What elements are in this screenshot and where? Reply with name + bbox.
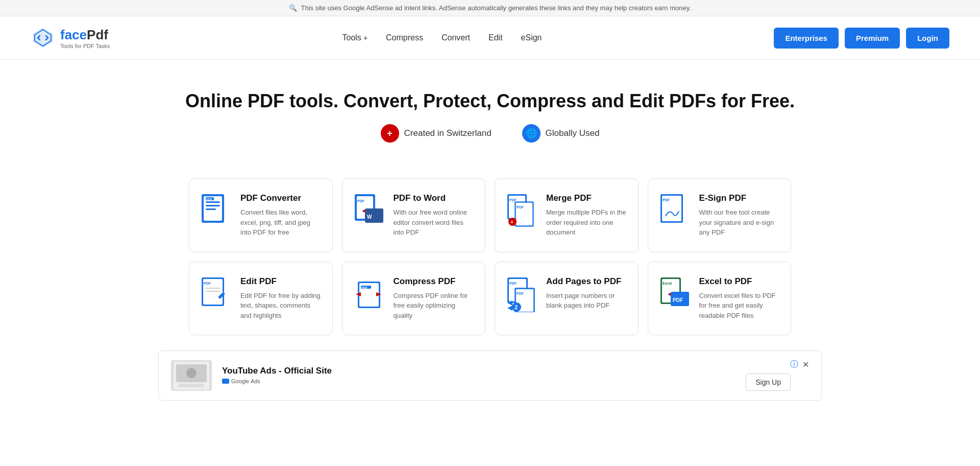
svg-rect-50: [179, 384, 204, 387]
svg-rect-28: [206, 288, 220, 289]
tools-plus-icon: +: [363, 34, 368, 42]
svg-text:PDF: PDF: [361, 286, 368, 289]
nav-compress[interactable]: Compress: [386, 33, 423, 42]
svg-text:PDF: PDF: [357, 199, 365, 203]
ad-content: YouTube Ads - Official Site Google Ads: [222, 366, 332, 386]
svg-text:+: +: [510, 219, 513, 225]
logo[interactable]: facePdf Tools for PDF Tasks: [31, 26, 110, 50]
logo-face: face: [60, 27, 87, 42]
ad-section: YouTube Ads - Official Site Google Ads ⓘ…: [158, 351, 822, 401]
ad-close-icon[interactable]: ✕: [802, 360, 809, 369]
e-sign-pdf-info: E-Sign PDFWith our free tool create your…: [699, 193, 780, 238]
excel-to-pdf-icon: Excel PDF: [659, 276, 690, 312]
premium-button[interactable]: Premium: [845, 28, 900, 49]
excel-to-pdf-info: Excel to PDFConvert excel files to PDF f…: [699, 276, 780, 321]
svg-marker-0: [33, 28, 53, 48]
header: facePdf Tools for PDF Tasks Tools + Comp…: [0, 16, 980, 60]
add-pages-to-pdf-title: Add Pages to PDF: [546, 276, 627, 287]
svg-text:PDF: PDF: [509, 198, 517, 202]
compress-pdf-title: Compress PDF: [394, 276, 474, 287]
add-pages-to-pdf-info: Add Pages to PDFInsert page numbers or b…: [546, 276, 627, 311]
pdf-to-word-info: PDF to WordWith our free word online edi…: [394, 193, 474, 238]
nav-convert[interactable]: Convert: [442, 33, 470, 42]
tool-card-compress-pdf[interactable]: PDF Compress PDFCompress PDF online for …: [342, 262, 486, 336]
magnifier-icon: 🔍: [289, 4, 297, 12]
google-ads-icon: [222, 379, 229, 384]
svg-text:PDF: PDF: [663, 198, 670, 202]
svg-text:PDF: PDF: [206, 198, 212, 201]
svg-rect-6: [206, 208, 216, 210]
e-sign-pdf-description: With our free tool create your signature…: [699, 207, 780, 238]
svg-text:PDF: PDF: [673, 297, 683, 303]
badge-switzerland-text: Created in Switzerland: [404, 128, 492, 138]
switzerland-icon: +: [381, 124, 399, 143]
compress-pdf-info: Compress PDFCompress PDF online for free…: [394, 276, 474, 321]
edit-pdf-icon: PDF: [201, 276, 231, 312]
pdf-to-word-icon: PDF W: [354, 193, 384, 229]
logo-icon: [31, 26, 55, 50]
tool-card-pdf-to-word[interactable]: PDF W PDF to WordWith our free word onli…: [342, 178, 486, 252]
merge-pdf-description: Merge multiple PDFs in the order require…: [546, 207, 627, 238]
ad-title: YouTube Ads - Official Site: [222, 366, 332, 376]
hero-section: Online PDF tools. Convert, Protect, Comp…: [0, 60, 980, 163]
ad-badge: Google Ads: [222, 378, 260, 384]
badge-global: 🌐 Globally Used: [522, 124, 600, 143]
excel-to-pdf-title: Excel to PDF: [699, 276, 780, 287]
add-pages-to-pdf-icon: PDF PDF 2: [506, 276, 537, 312]
top-banner: 🔍 This site uses Google AdSense ad inten…: [0, 0, 980, 16]
globe-icon: 🌐: [522, 124, 541, 143]
merge-pdf-title: Merge PDF: [546, 193, 627, 203]
nav-edit[interactable]: Edit: [488, 33, 503, 42]
svg-point-49: [186, 368, 197, 378]
ad-badge-text: Google Ads: [231, 378, 260, 384]
header-buttons: Enterprises Premium Login: [774, 28, 949, 49]
enterprises-button[interactable]: Enterprises: [774, 28, 839, 49]
edit-pdf-description: Edit PDF for free by adding text, shapes…: [240, 291, 321, 321]
tool-card-merge-pdf[interactable]: PDF PDF + Merge PDFMerge multiple PDFs i…: [495, 178, 639, 252]
tools-grid: PDF PDF ConverterConvert files like word…: [158, 178, 822, 335]
nav-tools[interactable]: Tools +: [342, 33, 368, 42]
svg-text:PDF: PDF: [517, 205, 524, 209]
compress-pdf-icon: PDF: [354, 276, 384, 312]
e-sign-pdf-title: E-Sign PDF: [699, 193, 780, 203]
svg-rect-4: [206, 201, 220, 203]
tool-card-edit-pdf[interactable]: PDF Edit PDFEdit PDF for free by adding …: [189, 262, 333, 336]
svg-rect-5: [206, 205, 220, 206]
nav-esign[interactable]: eSign: [521, 33, 542, 42]
badge-switzerland: + Created in Switzerland: [381, 124, 492, 143]
pdf-converter-info: PDF ConverterConvert files like word, ex…: [240, 193, 321, 238]
tool-card-e-sign-pdf[interactable]: PDF E-Sign PDFWith our free tool create …: [648, 178, 792, 252]
ad-image: [171, 360, 212, 391]
excel-to-pdf-description: Convert excel files to PDF for free and …: [699, 291, 780, 321]
svg-text:PDF: PDF: [509, 282, 517, 285]
pdf-to-word-title: PDF to Word: [394, 193, 474, 203]
svg-text:PDF: PDF: [517, 292, 524, 295]
svg-rect-29: [206, 291, 220, 292]
compress-pdf-description: Compress PDF online for free easily opti…: [394, 291, 474, 321]
pdf-converter-description: Convert files like word, excel, png, tif…: [240, 207, 321, 238]
svg-text:Excel: Excel: [663, 282, 672, 285]
svg-text:W: W: [367, 214, 372, 220]
logo-text: facePdf Tools for PDF Tasks: [60, 27, 110, 49]
login-button[interactable]: Login: [906, 28, 949, 49]
add-pages-to-pdf-description: Insert page numbers or blank pages into …: [546, 291, 627, 311]
pdf-to-word-description: With our free word online editor convert…: [394, 207, 474, 238]
ad-controls: ⓘ ✕: [790, 359, 809, 370]
hero-heading: Online PDF tools. Convert, Protect, Comp…: [10, 90, 970, 112]
signup-button[interactable]: Sign Up: [746, 374, 791, 391]
hero-badges: + Created in Switzerland 🌐 Globally Used: [10, 124, 970, 143]
logo-pdf: Pdf: [87, 27, 108, 42]
banner-text: This site uses Google AdSense ad intent …: [301, 4, 691, 12]
merge-pdf-icon: PDF PDF +: [506, 193, 537, 229]
ad-info-icon[interactable]: ⓘ: [790, 359, 798, 370]
logo-tagline: Tools for PDF Tasks: [60, 43, 110, 49]
tool-card-pdf-converter[interactable]: PDF PDF ConverterConvert files like word…: [189, 178, 333, 252]
badge-global-text: Globally Used: [546, 128, 600, 138]
edit-pdf-title: Edit PDF: [240, 276, 321, 287]
pdf-converter-icon: PDF: [201, 193, 231, 229]
logo-name: facePdf: [60, 27, 110, 43]
tool-card-add-pages-to-pdf[interactable]: PDF PDF 2 Add Pages to PDFInsert page nu…: [495, 262, 639, 336]
tool-card-excel-to-pdf[interactable]: Excel PDF Excel to PDFConvert excel file…: [648, 262, 792, 336]
pdf-converter-title: PDF Converter: [240, 193, 321, 203]
merge-pdf-info: Merge PDFMerge multiple PDFs in the orde…: [546, 193, 627, 238]
